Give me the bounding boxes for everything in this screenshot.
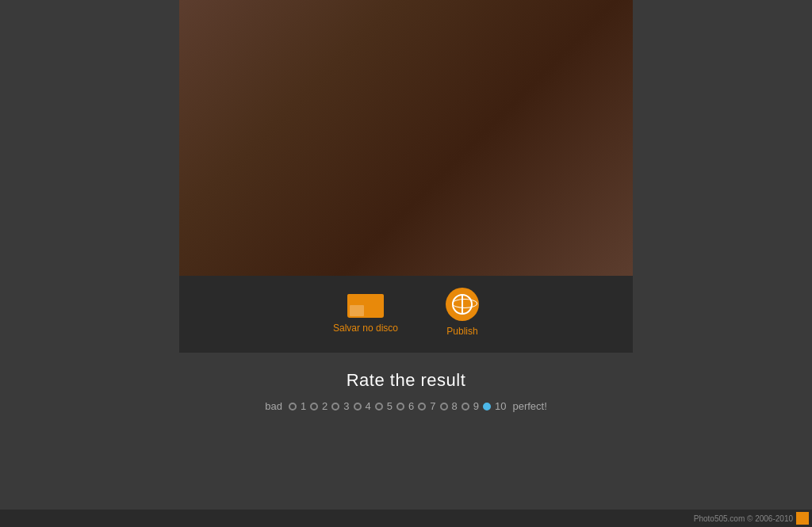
svg-marker-7 <box>211 32 384 269</box>
svg-point-14 <box>509 143 515 150</box>
rating-num-8: 8 <box>452 400 458 412</box>
rating-num-3: 3 <box>343 400 349 412</box>
rating-option-6[interactable] <box>396 403 404 411</box>
rating-option-1[interactable] <box>289 403 297 411</box>
rating-option-3[interactable] <box>331 403 339 411</box>
rating-option-2[interactable] <box>310 403 318 411</box>
save-label: Salvar no disco <box>333 323 398 334</box>
globe-icon <box>452 294 473 315</box>
svg-rect-0 <box>179 0 633 276</box>
rating-num-1: 1 <box>301 400 306 412</box>
svg-point-18 <box>460 174 462 175</box>
svg-point-13 <box>473 143 479 150</box>
svg-point-21 <box>531 178 533 179</box>
rating-option-10[interactable] <box>483 403 491 411</box>
save-to-disk-button[interactable]: Salvar no disco <box>333 288 398 334</box>
image-wrapper: Salvar no disco Publish <box>179 0 633 353</box>
folder-icon <box>347 288 384 318</box>
footer-icon <box>796 512 809 525</box>
publish-label: Publish <box>446 326 477 337</box>
svg-line-3 <box>179 143 633 155</box>
rating-num-6: 6 <box>408 400 414 412</box>
rating-num-4: 4 <box>366 400 371 412</box>
rating-num-5: 5 <box>387 400 393 412</box>
svg-marker-9 <box>384 24 599 269</box>
svg-line-1 <box>179 32 633 48</box>
svg-point-12 <box>503 141 519 152</box>
footer-copyright: Photo505.com © 2006-2010 <box>694 514 793 523</box>
rating-option-9[interactable] <box>462 403 469 411</box>
rating-section: Rate the result bad 1 2 3 4 5 6 7 8 9 10… <box>265 370 547 412</box>
svg-line-2 <box>179 79 633 95</box>
rating-option-4[interactable] <box>354 403 362 411</box>
bad-label: bad <box>265 400 282 412</box>
rating-option-7[interactable] <box>418 403 426 411</box>
svg-rect-24 <box>576 0 592 48</box>
rating-num-10: 10 <box>495 400 506 412</box>
perfect-label: perfect! <box>512 400 546 412</box>
svg-rect-6 <box>384 32 389 276</box>
svg-point-17 <box>456 166 458 167</box>
rating-option-8[interactable] <box>440 403 448 411</box>
svg-point-19 <box>452 181 454 183</box>
svg-line-8 <box>243 32 381 40</box>
sketch-image <box>179 0 633 276</box>
action-bar: Salvar no disco Publish <box>179 276 633 353</box>
svg-rect-26 <box>615 0 630 52</box>
svg-point-23 <box>531 29 564 57</box>
svg-rect-5 <box>381 32 396 276</box>
rating-num-7: 7 <box>430 400 435 412</box>
svg-point-20 <box>527 170 529 171</box>
svg-point-11 <box>466 141 482 152</box>
svg-point-10 <box>433 83 552 234</box>
svg-rect-25 <box>596 0 611 55</box>
svg-line-4 <box>179 198 633 210</box>
rating-title: Rate the result <box>347 370 466 391</box>
publish-button[interactable]: Publish <box>446 288 479 337</box>
rating-option-5[interactable] <box>375 403 383 411</box>
rating-num-2: 2 <box>322 400 327 412</box>
publish-icon <box>446 288 479 321</box>
svg-marker-22 <box>544 0 633 87</box>
footer: Photo505.com © 2006-2010 <box>0 510 812 527</box>
main-container: Salvar no disco Publish Rate the result … <box>0 0 812 412</box>
rating-row: bad 1 2 3 4 5 6 7 8 9 10 perfect! <box>265 400 547 412</box>
rating-num-9: 9 <box>473 400 479 412</box>
